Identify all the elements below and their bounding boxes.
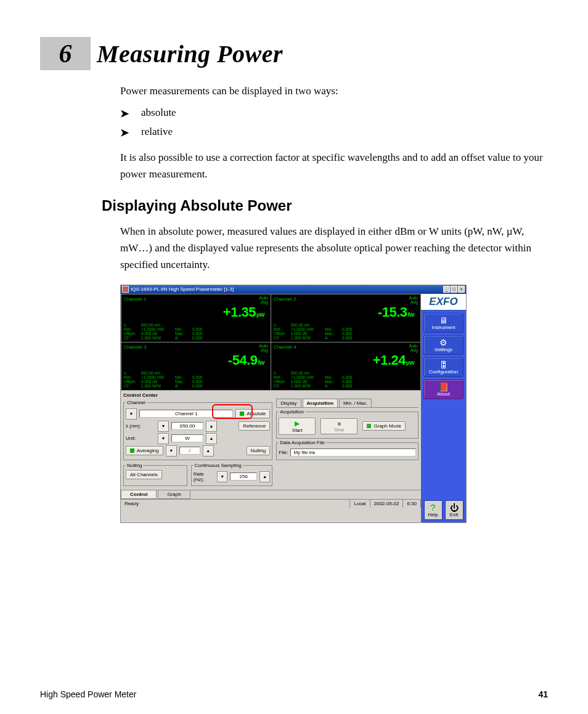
acq-tabs: Display Acquisition Min. / Max. <box>276 399 419 408</box>
power-icon: ⏻ <box>450 503 459 512</box>
nulling-legend: Nulling <box>126 463 143 468</box>
acquisition-group: Acquisition ▶ Start ■ Stop <box>276 409 419 439</box>
channel-grid: Channel 1 AutoAvg +1.35pW λ:850.00 nm Re… <box>121 294 421 391</box>
stop-icon: ■ <box>325 420 353 427</box>
channel-name: Channel 1 <box>124 296 268 302</box>
channel-name: Channel 4 <box>274 344 418 350</box>
channel-reading: -54.9fW <box>124 350 268 370</box>
channel-dropdown[interactable]: ▼ <box>126 408 137 420</box>
graph-mode-button[interactable]: Graph Mode <box>362 421 406 431</box>
gear-icon: ⚙ <box>439 338 447 347</box>
display-modes-list: absolute relative <box>120 104 548 140</box>
bottom-tabs: Control Graph <box>121 490 421 499</box>
lambda-down[interactable]: ▼ <box>158 421 169 432</box>
page-number: 41 <box>538 689 548 699</box>
tab-display[interactable]: Display <box>276 399 301 407</box>
unit-up[interactable]: ▲ <box>206 433 217 444</box>
tab-minmax[interactable]: Min. / Max. <box>339 399 372 407</box>
channel-panel: Channel 3 AutoAvg -54.9fW λ:850.00 nm Re… <box>121 343 271 390</box>
app-screenshot: IQS-1643-PL-5N High Speed Powermeter [1-… <box>120 285 467 523</box>
tab-control[interactable]: Control <box>121 490 157 499</box>
channel-name: Channel 3 <box>124 344 268 350</box>
sampling-group: Continuous Sampling Rate (Hz): ▼ 256 ▲ <box>191 463 273 486</box>
avg-down[interactable]: ▼ <box>166 445 177 456</box>
chapter-number: 6 <box>40 37 91 70</box>
exit-button[interactable]: ⏻ Exit <box>445 500 463 520</box>
help-icon: ? <box>431 503 436 512</box>
lambda-label: λ (nm): <box>126 423 155 429</box>
channel-name: Channel 2 <box>274 296 418 302</box>
file-label: File: <box>279 450 288 455</box>
window-titlebar[interactable]: IQS-1643-PL-5N High Speed Powermeter [1-… <box>121 285 466 294</box>
section-heading: Displaying Absolute Power <box>102 197 548 214</box>
exfo-logo: EXFO <box>421 294 466 310</box>
unit-input[interactable]: W <box>171 434 203 442</box>
intro-paragraph: Power measurements can be displayed in t… <box>120 83 548 99</box>
chapter-heading: 6 Measuring Power <box>40 37 548 70</box>
control-center-title: Control Center <box>121 391 421 399</box>
lambda-up[interactable]: ▲ <box>206 421 217 432</box>
status-ready: Ready <box>121 500 350 508</box>
status-date: 2002-05-02 <box>370 500 404 508</box>
rate-down[interactable]: ▼ <box>217 471 227 482</box>
nav-configuration[interactable]: 🎛 Configuration <box>423 357 463 377</box>
nav-settings[interactable]: ⚙ Settings <box>423 335 463 355</box>
file-legend: Data Acquisition File <box>279 440 325 445</box>
channel-reading: -15.3fW <box>274 302 418 322</box>
channel-reading: +1.24pW <box>274 350 418 370</box>
nulling-group: Nulling All Channels <box>123 463 187 486</box>
status-time: 6:30 <box>403 500 421 508</box>
rate-input[interactable]: 256 <box>230 473 257 481</box>
channel-panel: Channel 4 AutoAvg +1.24pW λ:850.00 nm Re… <box>271 343 420 390</box>
sidebar: EXFO 🖥 Instrument ⚙ Settings 🎛 Configura… <box>421 294 466 522</box>
lambda-input[interactable]: 850.00 <box>171 422 203 430</box>
monitor-icon: 🖥 <box>439 316 448 325</box>
tab-acquisition[interactable]: Acquisition <box>303 399 338 407</box>
book-icon: 📕 <box>438 383 449 391</box>
rate-up[interactable]: ▲ <box>259 471 270 482</box>
rate-label: Rate (Hz): <box>194 471 214 482</box>
window-title: IQS-1643-PL-5N High Speed Powermeter [1-… <box>131 286 234 292</box>
all-channels-button[interactable]: All Channels <box>126 470 162 479</box>
sliders-icon: 🎛 <box>439 360 448 369</box>
app-icon <box>122 286 129 293</box>
avg-up[interactable]: ▲ <box>203 445 214 456</box>
list-item: relative <box>120 123 548 140</box>
stop-button[interactable]: ■ Stop <box>321 418 357 434</box>
close-button[interactable]: × <box>458 286 465 293</box>
unit-label: Unit: <box>126 436 155 441</box>
reference-button[interactable]: Reference <box>239 421 270 431</box>
nulling-button[interactable]: Nulling <box>247 446 270 455</box>
file-input[interactable]: My file.tra <box>290 448 416 456</box>
channel-panel: Channel 1 AutoAvg +1.35pW λ:850.00 nm Re… <box>121 294 271 342</box>
nav-about[interactable]: 📕 About <box>423 379 463 399</box>
play-icon: ▶ <box>283 420 311 428</box>
channel-params: λ:850.00 nm Ref.:+1.0000 mWMin.:0.000 Of… <box>124 323 268 340</box>
highlight-absolute <box>212 404 253 419</box>
tab-graph[interactable]: Graph <box>158 490 190 499</box>
acquisition-legend: Acquisition <box>279 409 305 415</box>
file-group: Data Acquisition File File: My file.tra <box>276 440 419 460</box>
start-button[interactable]: ▶ Start <box>279 418 316 435</box>
unit-down[interactable]: ▼ <box>158 433 169 444</box>
help-button[interactable]: ? Help <box>424 500 443 520</box>
avg-input[interactable]: 2 <box>179 447 200 455</box>
footer-title: High Speed Power Meter <box>40 689 136 699</box>
channel-panel: Channel 2 AutoAvg -15.3fW λ:850.00 nm Re… <box>271 294 420 342</box>
page-footer: High Speed Power Meter 41 <box>40 689 548 699</box>
nav-instrument[interactable]: 🖥 Instrument <box>423 313 463 333</box>
maximize-button[interactable]: □ <box>451 286 457 293</box>
channel-reading: +1.35pW <box>124 302 268 322</box>
status-local: Local <box>350 500 370 508</box>
averaging-button[interactable]: Averaging <box>126 446 163 455</box>
chapter-title: Measuring Power <box>97 39 283 68</box>
averaging-indicator-icon <box>130 448 134 453</box>
intro-paragraph-2: It is also possible to use a correction … <box>120 149 548 182</box>
section-paragraph: When in absolute power, measured values … <box>120 223 548 274</box>
sampling-legend: Continuous Sampling <box>194 463 243 468</box>
minimize-button[interactable]: _ <box>443 286 450 293</box>
graph-indicator-icon <box>367 424 371 428</box>
channel-legend: Channel <box>126 400 147 405</box>
list-item: absolute <box>120 104 548 121</box>
status-bar: Ready Local 2002-05-02 6:30 <box>121 499 421 508</box>
